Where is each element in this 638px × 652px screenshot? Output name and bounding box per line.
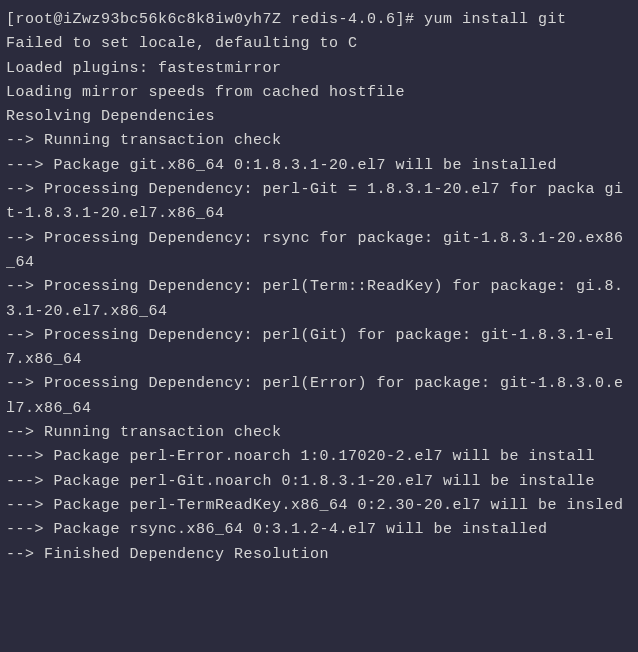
terminal-line: ---> Package perl-Git.noarch 0:1.8.3.1-2…	[6, 470, 632, 494]
terminal-line: --> Running transaction check	[6, 421, 632, 445]
terminal-line: --> Processing Dependency: perl-Git = 1.…	[6, 178, 632, 227]
terminal-line: ---> Package git.x86_64 0:1.8.3.1-20.el7…	[6, 154, 632, 178]
terminal-line: --> Processing Dependency: rsync for pac…	[6, 227, 632, 276]
terminal-line: ---> Package perl-Error.noarch 1:0.17020…	[6, 445, 632, 469]
terminal-line: Loading mirror speeds from cached hostfi…	[6, 81, 632, 105]
terminal-line: [root@iZwz93bc56k6c8k8iw0yh7Z redis-4.0.…	[6, 8, 632, 32]
terminal-line: ---> Package rsync.x86_64 0:3.1.2-4.el7 …	[6, 518, 632, 542]
terminal-line: --> Finished Dependency Resolution	[6, 543, 632, 567]
terminal-line: ---> Package perl-TermReadKey.x86_64 0:2…	[6, 494, 632, 518]
terminal-line: Failed to set locale, defaulting to C	[6, 32, 632, 56]
terminal-line: --> Processing Dependency: perl(Term::Re…	[6, 275, 632, 324]
terminal-output: [root@iZwz93bc56k6c8k8iw0yh7Z redis-4.0.…	[6, 8, 632, 567]
terminal-line: --> Running transaction check	[6, 129, 632, 153]
terminal-line: --> Processing Dependency: perl(Git) for…	[6, 324, 632, 373]
terminal-line: --> Processing Dependency: perl(Error) f…	[6, 372, 632, 421]
terminal-line: Loaded plugins: fastestmirror	[6, 57, 632, 81]
terminal-line: Resolving Dependencies	[6, 105, 632, 129]
